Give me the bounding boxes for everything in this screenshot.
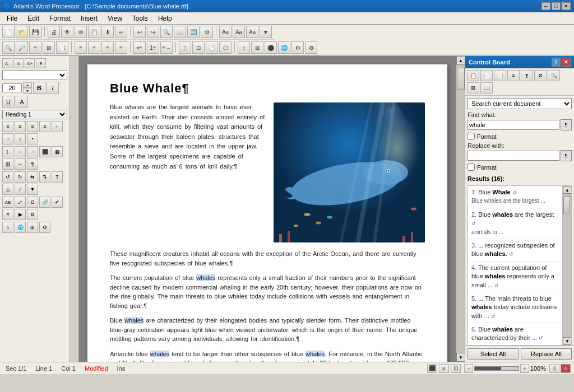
underline-button[interactable]: U: [2, 96, 15, 108]
close-button[interactable]: ✕: [562, 2, 571, 10]
preview-button[interactable]: 👁: [61, 26, 73, 38]
tb-misc5[interactable]: ⚙: [291, 41, 304, 54]
search-mode-dropdown[interactable]: Search current document: [467, 98, 572, 109]
tb-view1[interactable]: ≡: [29, 41, 41, 54]
nav-web[interactable]: 🌐: [15, 222, 26, 233]
font-increase[interactable]: A+: [25, 58, 35, 68]
insert-link[interactable]: 🔗: [39, 197, 50, 208]
cb-tb-6[interactable]: ⚙: [534, 70, 547, 81]
replace-input[interactable]: [467, 151, 559, 161]
menu-view[interactable]: View: [103, 13, 127, 24]
tb-btn-12[interactable]: ⚙: [201, 26, 213, 38]
result-item-2[interactable]: 2. Blue whales are the largest ↺ animals…: [468, 208, 562, 239]
tb-btn-8[interactable]: ⬇: [101, 26, 114, 38]
redo-button[interactable]: ↪: [147, 26, 159, 38]
font-decrease[interactable]: A-: [2, 58, 12, 68]
style-selector[interactable]: Heading 1: [2, 110, 67, 119]
find-options-btn[interactable]: ¶: [561, 119, 572, 130]
results-scroll-track[interactable]: [563, 194, 571, 337]
font-default[interactable]: A: [13, 58, 24, 68]
indent[interactable]: →: [27, 146, 38, 157]
result-item-4[interactable]: 4. The current population of blue whales…: [468, 262, 562, 292]
replace-all-button[interactable]: Replace All: [521, 348, 572, 360]
format-checkbox-input-1[interactable]: [467, 133, 475, 140]
undo-button[interactable]: ↩: [133, 26, 146, 38]
flip-v[interactable]: ⇅: [39, 171, 50, 183]
nav-more[interactable]: ⚙: [39, 222, 50, 233]
save-button[interactable]: 💾: [29, 26, 41, 38]
tb-zoom-in[interactable]: 🔍: [2, 41, 15, 54]
results-scroll-thumb[interactable]: [563, 197, 570, 213]
draw-more[interactable]: ▼: [27, 184, 38, 195]
font-color-pick[interactable]: AB: [2, 197, 13, 208]
menu-tools[interactable]: Tools: [128, 13, 152, 24]
tb-misc6[interactable]: ⚙: [305, 41, 317, 54]
shading[interactable]: ▦: [52, 146, 63, 157]
menu-help[interactable]: Help: [154, 13, 177, 24]
tb-insert3[interactable]: 🕐: [206, 41, 218, 54]
result-item-1[interactable]: 1. Blue Whale ↺ Blue whales are the larg…: [468, 186, 562, 208]
scroll-up-button[interactable]: ▲: [456, 56, 465, 65]
menu-edit[interactable]: Edit: [23, 13, 44, 24]
bold-button[interactable]: B: [33, 82, 45, 94]
vertical-scrollbar[interactable]: ▲ ▼: [456, 56, 465, 362]
find-input[interactable]: [467, 120, 559, 130]
tb-align2[interactable]: ≡: [88, 41, 100, 54]
insert-symbol[interactable]: Ω: [27, 197, 38, 208]
tb-btn-9[interactable]: ↩: [115, 26, 127, 38]
tb-view3[interactable]: 📑: [56, 41, 68, 54]
tb-misc2[interactable]: ⊞: [251, 41, 263, 54]
open-button[interactable]: 📂: [16, 26, 28, 38]
cb-tb-2[interactable]: 📄: [480, 70, 493, 81]
italic-button[interactable]: I: [47, 82, 59, 94]
tb-insert1[interactable]: ⌶: [179, 41, 191, 54]
outdent[interactable]: ←: [15, 146, 26, 157]
replace-options-btn[interactable]: ¶: [561, 150, 572, 161]
result-item-3[interactable]: 3. ... recognized subspecies of blue wha…: [468, 239, 562, 262]
menu-insert[interactable]: Insert: [76, 13, 102, 24]
new-button[interactable]: 📄: [2, 26, 15, 38]
draw-line[interactable]: ⁄: [15, 184, 26, 195]
highlight-pick[interactable]: 🖊: [15, 197, 26, 208]
tb-insert2[interactable]: ⊡: [192, 41, 205, 54]
cb-tb-1[interactable]: 📋: [467, 70, 479, 81]
tb-align1[interactable]: ≡: [75, 41, 87, 54]
doc-area[interactable]: Blue Whale¶ Blue whales are the largest …: [79, 56, 456, 362]
nav-table[interactable]: ⊞: [27, 222, 38, 233]
tb-btn-10[interactable]: 📖: [174, 26, 186, 38]
rotate-left[interactable]: ↺: [2, 171, 13, 183]
line-spacing[interactable]: ↕: [15, 133, 26, 144]
tb-list3[interactable]: ≡→: [160, 41, 173, 54]
tb-misc3[interactable]: ⚫: [265, 41, 277, 54]
cb-tb-5[interactable]: ¶: [521, 70, 533, 81]
tb-misc1[interactable]: ↕: [238, 41, 250, 54]
find-button[interactable]: 🔍: [160, 26, 173, 38]
nav-home[interactable]: ⌂: [2, 222, 13, 233]
scroll-track[interactable]: [456, 65, 465, 353]
tb-view2[interactable]: ⊞: [43, 41, 55, 54]
tb-btn-16[interactable]: ▼: [260, 26, 272, 38]
scroll-down-button[interactable]: ▼: [456, 353, 465, 362]
cb-help-btn[interactable]: ?: [552, 58, 561, 67]
font-selector[interactable]: Arial: [2, 70, 67, 80]
align-center[interactable]: ≡: [15, 121, 26, 132]
tb-align4[interactable]: ≡: [115, 41, 127, 54]
cb-tb-7[interactable]: 🔍: [548, 70, 560, 81]
zoom-bar[interactable]: [474, 366, 519, 371]
align-right[interactable]: ≡: [27, 121, 38, 132]
tb-btn-11[interactable]: 🔤: [187, 26, 200, 38]
borders[interactable]: ⬛: [39, 146, 50, 157]
select-all-button[interactable]: Select All: [467, 348, 519, 360]
macro[interactable]: ▶: [15, 209, 26, 220]
result-item-6[interactable]: 6. Blue whales are characterized by thei…: [468, 323, 562, 345]
word-count[interactable]: #: [2, 209, 13, 220]
list-bullet[interactable]: •: [27, 133, 38, 144]
restore-button[interactable]: □: [552, 2, 561, 10]
tb-btn-14[interactable]: Aa: [233, 26, 245, 38]
tb-btn-15[interactable]: Aa: [246, 26, 258, 38]
tb-align3[interactable]: ≡: [101, 41, 114, 54]
results-scroll-down[interactable]: ▼: [563, 337, 572, 345]
zoom-in-btn[interactable]: +: [520, 364, 529, 373]
draw-shape[interactable]: △: [2, 184, 13, 195]
minimize-button[interactable]: ─: [541, 2, 550, 10]
